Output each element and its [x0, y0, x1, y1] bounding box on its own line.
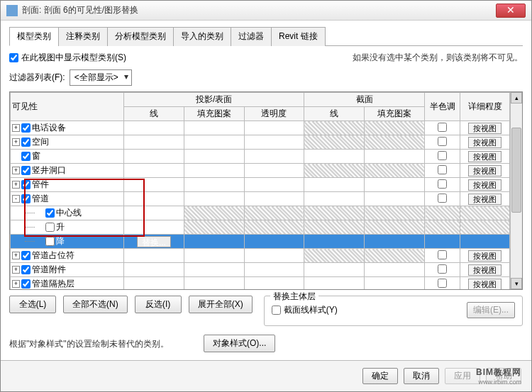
- visibility-checkbox[interactable]: [21, 180, 31, 189]
- detail-level-cell[interactable]: 按视图: [468, 123, 501, 134]
- detail-level-cell[interactable]: 按视图: [468, 250, 501, 262]
- detail-level-cell[interactable]: 按视图: [468, 264, 501, 276]
- expand-icon[interactable]: +: [12, 252, 20, 259]
- filter-list-dropdown[interactable]: <全部显示>: [70, 69, 132, 86]
- table-row[interactable]: +管道附件按视图: [11, 263, 510, 277]
- category-label: 管道: [32, 193, 49, 205]
- detail-level-cell[interactable]: 按视图: [468, 137, 501, 148]
- colgroup-projection[interactable]: 投影/表面: [124, 93, 304, 107]
- table-row[interactable]: 中心线: [11, 206, 510, 220]
- col-detail[interactable]: 详细程度: [460, 93, 510, 121]
- hint-text: 如果没有选中某个类别，则该类别将不可见。: [353, 52, 523, 64]
- halftone-checkbox[interactable]: [438, 250, 447, 259]
- select-none-button[interactable]: 全部不选(N): [63, 296, 128, 313]
- app-icon: [6, 5, 18, 16]
- visibility-checkbox[interactable]: [21, 152, 31, 161]
- halftone-checkbox[interactable]: [438, 279, 447, 288]
- scroll-up-button[interactable]: ▴: [511, 92, 522, 103]
- visibility-checkbox[interactable]: [21, 279, 31, 289]
- col-proj-fill[interactable]: 填充图案: [184, 107, 244, 121]
- col-proj-line[interactable]: 线: [124, 107, 184, 121]
- halftone-checkbox[interactable]: [438, 165, 447, 174]
- section-line-style-checkbox[interactable]: 截面线样式(Y): [272, 304, 338, 316]
- expand-icon[interactable]: +: [12, 138, 20, 146]
- halftone-checkbox[interactable]: [438, 264, 447, 274]
- col-proj-trans[interactable]: 透明度: [244, 107, 304, 121]
- tab-0[interactable]: 模型类别: [9, 27, 59, 46]
- expand-icon[interactable]: +: [12, 280, 20, 288]
- col-visibility[interactable]: 可见性: [11, 93, 124, 121]
- table-row[interactable]: +电话设备按视图: [11, 121, 510, 135]
- visibility-checkbox[interactable]: [21, 123, 31, 133]
- table-row[interactable]: +空间按视图: [11, 135, 510, 150]
- category-label: 管件: [32, 179, 49, 191]
- edit-button[interactable]: 编辑(E)...: [467, 302, 515, 318]
- tab-4[interactable]: 过滤器: [231, 27, 272, 46]
- table-row[interactable]: +管道占位符按视图: [11, 249, 510, 263]
- halftone-checkbox[interactable]: [438, 194, 447, 203]
- expand-icon[interactable]: +: [12, 266, 20, 274]
- close-button[interactable]: ✕: [496, 4, 526, 18]
- table-row[interactable]: 降替换...: [11, 235, 510, 249]
- table-row[interactable]: 升: [11, 220, 510, 235]
- host-layer-group: 替换主体层 截面线样式(Y) 编辑(E)...: [264, 296, 523, 326]
- tab-3[interactable]: 导入的类别: [173, 27, 231, 46]
- detail-level-cell[interactable]: 按视图: [468, 179, 501, 191]
- visibility-checkbox[interactable]: [21, 138, 31, 147]
- vertical-scrollbar[interactable]: ▴ ▾: [510, 92, 522, 289]
- expand-icon[interactable]: +: [12, 167, 20, 174]
- table-row[interactable]: +管件按视图: [11, 178, 510, 192]
- scroll-down-button[interactable]: ▾: [511, 278, 522, 289]
- visibility-checkbox[interactable]: [45, 237, 55, 246]
- tab-2[interactable]: 分析模型类别: [107, 27, 174, 46]
- override-button[interactable]: 替换...: [137, 236, 171, 247]
- visibility-checkbox[interactable]: [45, 223, 55, 232]
- object-style-button[interactable]: 对象样式(O)...: [204, 335, 275, 352]
- ok-button[interactable]: 确定: [362, 368, 398, 384]
- visibility-checkbox[interactable]: [21, 265, 31, 274]
- object-style-note: 根据"对象样式"的设置绘制未替代的类别。: [9, 337, 194, 350]
- detail-level-cell[interactable]: 按视图: [468, 151, 501, 162]
- expand-icon[interactable]: +: [12, 124, 20, 132]
- halftone-checkbox[interactable]: [438, 179, 447, 189]
- invert-button[interactable]: 反选(I): [135, 296, 182, 313]
- visibility-checkbox[interactable]: [21, 194, 31, 203]
- detail-level-cell[interactable]: 按视图: [468, 279, 501, 290]
- visibility-checkbox[interactable]: [21, 166, 31, 175]
- section-line-style-label: 截面线样式(Y): [284, 304, 338, 316]
- filter-list-label: 过滤器列表(F):: [9, 72, 65, 84]
- tree-spacer: [36, 237, 44, 245]
- section-line-style-cb[interactable]: [272, 306, 281, 315]
- scroll-thumb[interactable]: [511, 128, 521, 213]
- halftone-checkbox[interactable]: [438, 123, 447, 132]
- cancel-button[interactable]: 取消: [404, 368, 439, 384]
- table-row[interactable]: +管道隔热层按视图: [11, 277, 510, 290]
- halftone-checkbox[interactable]: [438, 151, 447, 160]
- expand-icon[interactable]: +: [12, 181, 20, 189]
- col-halftone[interactable]: 半色调: [425, 93, 460, 121]
- tab-strip: 模型类别注释类别分析模型类别导入的类别过滤器Revit 链接: [9, 26, 523, 46]
- visibility-checkbox[interactable]: [21, 251, 31, 260]
- tab-1[interactable]: 注释类别: [58, 27, 108, 46]
- table-row[interactable]: -管道按视图: [11, 192, 510, 206]
- expand-all-button[interactable]: 展开全部(X): [189, 296, 253, 313]
- col-sec-fill[interactable]: 填充图案: [365, 107, 425, 121]
- host-layer-legend: 替换主体层: [270, 291, 318, 303]
- show-categories-cb[interactable]: [9, 53, 18, 62]
- collapse-icon[interactable]: -: [12, 195, 20, 203]
- table-row[interactable]: +竖井洞口按视图: [11, 164, 510, 178]
- category-label: 电话设备: [32, 122, 66, 134]
- visibility-checkbox[interactable]: [45, 208, 55, 218]
- show-categories-checkbox[interactable]: 在此视图中显示模型类别(S): [9, 52, 126, 64]
- colgroup-section[interactable]: 截面: [304, 93, 425, 107]
- select-all-button[interactable]: 全选(L): [9, 296, 56, 313]
- detail-level-cell[interactable]: 按视图: [468, 165, 501, 177]
- category-label: 升: [56, 221, 65, 233]
- table-row[interactable]: 窗按视图: [11, 150, 510, 164]
- col-sec-line[interactable]: 线: [304, 107, 365, 121]
- window-title: 剖面: 剖面 6的可见性/图形替换: [22, 4, 496, 16]
- detail-level-cell[interactable]: 按视图: [468, 194, 501, 205]
- halftone-checkbox[interactable]: [438, 137, 447, 146]
- tab-5[interactable]: Revit 链接: [271, 27, 326, 46]
- category-label: 竖井洞口: [32, 164, 66, 177]
